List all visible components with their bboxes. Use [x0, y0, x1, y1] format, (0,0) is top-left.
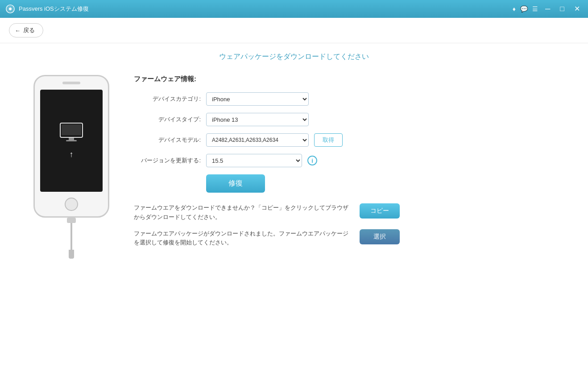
- phone-screen: ↑: [40, 90, 103, 192]
- menu-icon: ☰: [532, 5, 538, 12]
- main-content: ← 戻る ウェアパッケージをダウンロードしてください: [0, 18, 588, 392]
- cable: [31, 218, 112, 259]
- computer-icon: [58, 122, 85, 145]
- device-model-select[interactable]: A2482,A2631,A2633,A2634: [206, 133, 309, 147]
- device-type-select[interactable]: iPhone 13 iPhone 12 iPhone 11 iPhone SE: [206, 113, 309, 126]
- back-label: 戻る: [23, 26, 35, 34]
- device-model-label: デバイスモデル:: [134, 136, 201, 144]
- download-section: ファームウエアをダウンロードできませんか？「コピー」をクリックしてブラウザからダ…: [134, 203, 561, 248]
- select-row: ファームウエアパッケージがダウンロードされました。ファームウエアパッケージを選択…: [134, 229, 561, 248]
- title-bar-left: Passvers iOSシステム修復: [5, 4, 89, 14]
- phone-home-button: [65, 198, 78, 211]
- copy-description: ファームウエアをダウンロードできませんか？「コピー」をクリックしてブラウザからダ…: [134, 203, 352, 222]
- repair-btn-container: 修復: [206, 174, 561, 193]
- device-category-select[interactable]: iPhone iPad iPod: [206, 92, 309, 106]
- svg-rect-4: [69, 137, 74, 140]
- cable-end: [69, 250, 74, 259]
- back-arrow-icon: ←: [15, 27, 21, 34]
- content-area: ↑ ファームウェア情報: デバイスカテゴリ: iPhone: [0, 66, 588, 392]
- app-title: Passvers iOSシステム修復: [19, 5, 89, 13]
- cable-line: [70, 223, 72, 250]
- cable-connector: [67, 218, 76, 223]
- version-label: バージョンを更新する:: [134, 157, 201, 165]
- page-title: ウェアパッケージをダウンロードしてください: [0, 52, 588, 62]
- device-category-label: デバイスカテゴリ:: [134, 95, 201, 103]
- upload-arrow-icon: ↑: [70, 150, 74, 159]
- window-controls: ♦ 💬 ☰ ─ □ ✕: [513, 4, 583, 13]
- version-row: バージョンを更新する: 15.5 15.4 15.3 15.2 i: [134, 154, 561, 167]
- top-nav: ← 戻る: [0, 18, 588, 43]
- svg-rect-3: [62, 124, 81, 135]
- phone-speaker: [62, 82, 80, 84]
- device-type-label: デバイスタイプ:: [134, 116, 201, 124]
- page-header: ウェアパッケージをダウンロードしてください: [0, 43, 588, 66]
- device-model-row: デバイスモデル: A2482,A2631,A2633,A2634 取得: [134, 133, 561, 147]
- app-icon: [5, 4, 15, 14]
- device-type-row: デバイスタイプ: iPhone 13 iPhone 12 iPhone 11 i…: [134, 113, 561, 126]
- repair-button[interactable]: 修復: [206, 174, 265, 193]
- get-model-button[interactable]: 取得: [314, 133, 343, 147]
- info-icon[interactable]: i: [307, 156, 317, 165]
- restore-button[interactable]: □: [557, 4, 567, 13]
- phone-wrapper: ↑: [31, 75, 112, 259]
- back-button[interactable]: ← 戻る: [9, 23, 43, 37]
- svg-point-1: [9, 8, 12, 10]
- phone-body: ↑: [33, 75, 109, 218]
- select-description: ファームウエアパッケージがダウンロードされました。ファームウエアパッケージを選択…: [134, 229, 352, 248]
- device-category-row: デバイスカテゴリ: iPhone iPad iPod: [134, 92, 561, 106]
- copy-button[interactable]: コピー: [360, 203, 400, 219]
- close-button[interactable]: ✕: [571, 4, 583, 13]
- version-select[interactable]: 15.5 15.4 15.3 15.2: [206, 154, 302, 167]
- title-bar: Passvers iOSシステム修復 ♦ 💬 ☰ ─ □ ✕: [0, 0, 588, 18]
- select-button[interactable]: 選択: [360, 229, 400, 244]
- minimize-button[interactable]: ─: [542, 4, 553, 13]
- svg-rect-5: [66, 140, 77, 141]
- chat-icon: 💬: [520, 5, 528, 12]
- phone-illustration: ↑: [27, 75, 116, 259]
- copy-row: ファームウエアをダウンロードできませんか？「コピー」をクリックしてブラウザからダ…: [134, 203, 561, 222]
- diamond-icon: ♦: [513, 5, 516, 12]
- form-area: ファームウェア情報: デバイスカテゴリ: iPhone iPad iPod デバ…: [134, 75, 561, 248]
- section-title: ファームウェア情報:: [134, 75, 561, 83]
